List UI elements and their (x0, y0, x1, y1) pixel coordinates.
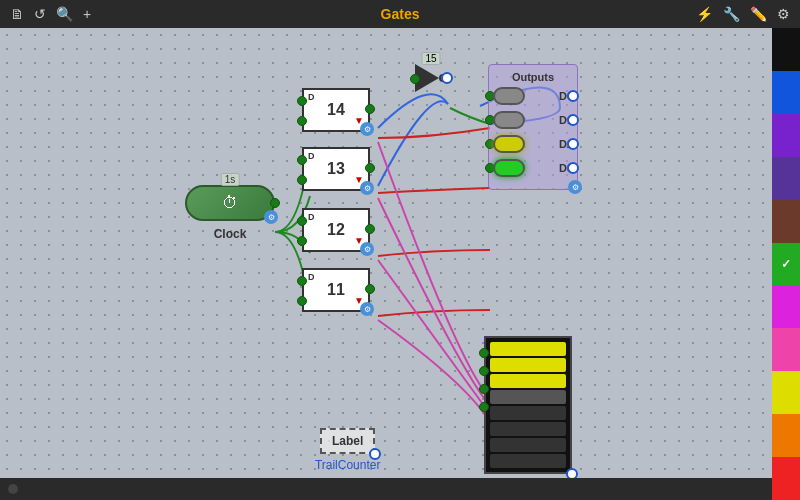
bar-display-body (484, 336, 572, 474)
toolbar-left: 🗎 ↺ 🔍 + (0, 6, 101, 22)
toolbar-right: ⚡ 🔧 ✏️ ⚙ (696, 6, 790, 22)
dff11-clk-pin (297, 296, 307, 306)
output-d0-led (493, 87, 525, 105)
bar-pin-2 (479, 366, 489, 376)
dff13: D 13 ▼ ⚙ (302, 147, 370, 191)
dff12-number: 12 (327, 221, 345, 239)
dff13-gear-icon[interactable]: ⚙ (360, 181, 374, 195)
dropper-icon[interactable]: 🔧 (723, 6, 740, 22)
dff14: D 14 ▼ ⚙ (302, 88, 370, 132)
bar-pin-4 (479, 402, 489, 412)
color-orange[interactable] (772, 414, 800, 457)
output-d3-gear[interactable] (567, 162, 579, 174)
bar-pin-3 (479, 384, 489, 394)
bar-seg-4 (490, 390, 566, 404)
dff14-number: 14 (327, 101, 345, 119)
not-gate: 15 (415, 64, 447, 92)
output-d2-gear[interactable] (567, 138, 579, 150)
clock-period-label: 1s (221, 173, 240, 186)
not-output-pin (441, 72, 453, 84)
output-d2-led (493, 135, 525, 153)
bar-seg-7 (490, 438, 566, 452)
dff11-gear-icon[interactable]: ⚙ (360, 302, 374, 316)
dff12-clk-pin (297, 236, 307, 246)
dff13-d-label: D (308, 151, 315, 161)
dff12-d-label: D (308, 212, 315, 222)
clock-symbol-icon: ⏱ (222, 194, 238, 212)
status-bar (0, 478, 772, 500)
bar-seg-3 (490, 374, 566, 388)
trail-counter-name: TrailCounter (315, 458, 381, 472)
dff14-d-label: D (308, 92, 315, 102)
clock-gear-icon[interactable]: ⚙ (264, 210, 278, 224)
dff11-number: 11 (327, 281, 345, 299)
color-magenta[interactable] (772, 285, 800, 328)
clock-name-label: Clock (214, 227, 247, 241)
dff13-clk-pin (297, 175, 307, 185)
color-brown[interactable] (772, 200, 800, 243)
dff11: D 11 ▼ ⚙ (302, 268, 370, 312)
dff12-d-pin (297, 216, 307, 226)
wire-layer (0, 28, 772, 478)
canvas: 🗎 ↺ 🔍 + Gates ⚡ 🔧 ✏️ ⚙ (0, 0, 800, 500)
trail-counter-label: Label (332, 434, 363, 448)
output-d0-gear[interactable] (567, 90, 579, 102)
bar-display (484, 336, 572, 474)
clock-output-pin (270, 198, 280, 208)
outputs-title: Outputs (493, 71, 573, 83)
trail-counter: Label TrailCounter (320, 428, 375, 454)
dff13-d-pin (297, 155, 307, 165)
search-icon[interactable]: 🔍 (56, 6, 73, 22)
color-red[interactable] (772, 457, 800, 500)
bar-seg-1 (490, 342, 566, 356)
app-title: Gates (381, 6, 420, 22)
output-d3-row: D3 (493, 159, 573, 177)
dff14-gear-icon[interactable]: ⚙ (360, 122, 374, 136)
status-indicator (8, 484, 18, 494)
add-icon[interactable]: + (83, 6, 91, 22)
bar-seg-5 (490, 406, 566, 420)
dff12-q-pin (365, 224, 375, 234)
outputs-panel: Outputs D0 D1 D2 D3 ⚙ (488, 64, 578, 190)
pen-icon[interactable]: ✏️ (750, 6, 767, 22)
output-d3-led (493, 159, 525, 177)
color-yellow[interactable] (772, 371, 800, 414)
outputs-panel-gear[interactable]: ⚙ (568, 180, 582, 194)
bar-seg-6 (490, 422, 566, 436)
output-d1-gear[interactable] (567, 114, 579, 126)
output-d1-row: D1 (493, 111, 573, 129)
clock-component: 1s ⏱ Clock ⚙ (185, 185, 275, 221)
dff13-number: 13 (327, 160, 345, 178)
bar-seg-8 (490, 454, 566, 468)
dff11-d-label: D (308, 272, 315, 282)
refresh-icon[interactable]: ↺ (34, 6, 46, 22)
color-green[interactable] (772, 243, 800, 286)
color-pink[interactable] (772, 328, 800, 371)
bar-pin-1 (479, 348, 489, 358)
output-d0-row: D0 (493, 87, 573, 105)
trail-counter-body: Label (320, 428, 375, 454)
color-purple[interactable] (772, 114, 800, 157)
file-icon[interactable]: 🗎 (10, 6, 24, 22)
bar-seg-2 (490, 358, 566, 372)
dff12: D 12 ▼ ⚙ (302, 208, 370, 252)
output-d1-led (493, 111, 525, 129)
dff11-q-pin (365, 284, 375, 294)
settings-icon[interactable]: ⚙ (777, 6, 790, 22)
toolbar: 🗎 ↺ 🔍 + Gates ⚡ 🔧 ✏️ ⚙ (0, 0, 800, 28)
dff14-d-pin (297, 96, 307, 106)
color-dark-purple[interactable] (772, 157, 800, 200)
dff14-q-pin (365, 104, 375, 114)
not-input-pin (410, 74, 420, 84)
color-black[interactable] (772, 28, 800, 71)
dff14-clk-pin (297, 116, 307, 126)
dff11-d-pin (297, 276, 307, 286)
color-blue[interactable] (772, 71, 800, 114)
dff13-q-pin (365, 163, 375, 173)
bolt-icon[interactable]: ⚡ (696, 6, 713, 22)
color-palette (772, 28, 800, 500)
dff12-gear-icon[interactable]: ⚙ (360, 242, 374, 256)
not-gate-label: 15 (421, 52, 440, 65)
output-d2-row: D2 (493, 135, 573, 153)
